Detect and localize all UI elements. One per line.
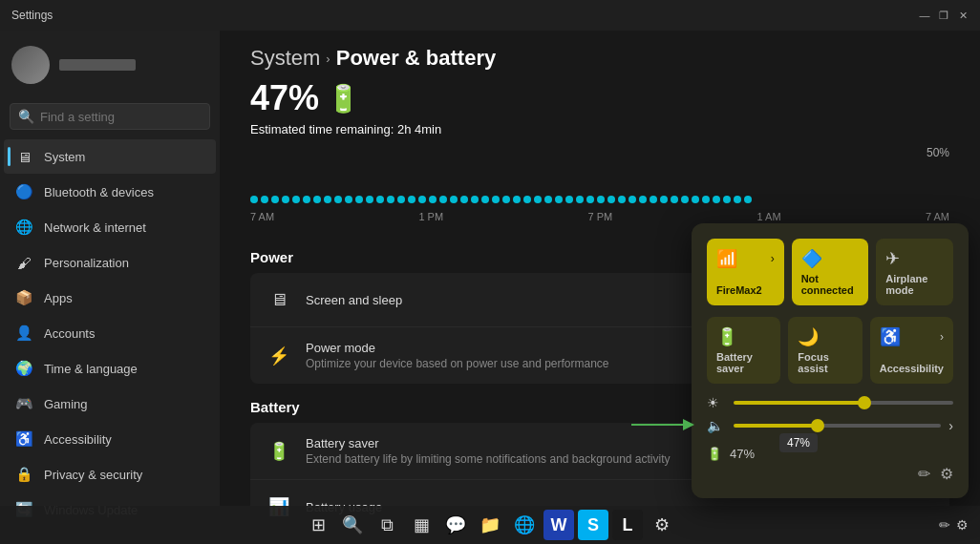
chart-dot (671, 196, 678, 203)
teams-button[interactable]: 💬 (440, 510, 471, 540)
sidebar-item-gaming[interactable]: 🎮 Gaming (4, 387, 216, 421)
breadcrumb-current: Power & battery (336, 46, 497, 71)
sidebar-item-label: Apps (44, 291, 73, 305)
quick-panel-footer: ✏ ⚙ (707, 461, 953, 483)
edit-icon[interactable]: ✏ (918, 465, 930, 483)
sidebar-item-system[interactable]: 🖥 System (4, 139, 216, 174)
bluetooth-tile-label: Not connected (801, 273, 860, 296)
taskbar-edit-icon[interactable]: ✏ (939, 517, 950, 533)
brightness-slider-row: ☀ (707, 395, 953, 410)
sidebar-item-accessibility[interactable]: ♿ Accessibility (4, 422, 216, 456)
sidebar-item-apps[interactable]: 📦 Apps (4, 281, 216, 315)
edge-button[interactable]: 🌐 (509, 510, 540, 540)
airplane-tile[interactable]: ✈ Airplane mode (876, 239, 953, 305)
chart-dot (555, 196, 563, 203)
screen-sleep-icon: 🖥 (266, 286, 292, 313)
bluetooth-tile[interactable]: 🔷 Not connected (792, 239, 869, 305)
power-mode-icon: ⚡ (266, 343, 292, 369)
chart-dot (544, 196, 552, 203)
estimated-label: Estimated time remaining: (250, 122, 397, 136)
chart-dot (723, 196, 731, 203)
wifi-tile[interactable]: 📶 › FireMax2 (707, 239, 784, 305)
chart-dot (334, 196, 342, 203)
battery-saver-icon: 🔋 (266, 438, 292, 465)
breadcrumb: System › Power & battery (250, 31, 949, 74)
battery-chart: 50% 7 AM 1 PM 7 PM 1 AM 7 AM (250, 146, 949, 222)
sidebar-item-time[interactable]: 🌍 Time & language (4, 351, 216, 386)
arrow-indicator (631, 415, 698, 437)
search-box[interactable]: 🔍 (10, 103, 210, 130)
taskview-button[interactable]: ⧉ (372, 510, 402, 540)
launcher-button[interactable]: L (612, 510, 643, 540)
minimize-button[interactable]: — (919, 10, 930, 21)
sidebar-item-bluetooth[interactable]: 🔵 Bluetooth & devices (4, 175, 216, 209)
sidebar-item-label: Privacy & security (44, 468, 142, 482)
sidebar-item-accounts[interactable]: 👤 Accounts (4, 316, 216, 350)
accessibility-tile[interactable]: ♿ › Accessibility (870, 317, 953, 384)
estimated-time: Estimated time remaining: 2h 4min (250, 122, 949, 146)
chart-dot (744, 196, 752, 203)
maximize-button[interactable]: ❐ (938, 10, 949, 21)
search-input[interactable] (40, 110, 202, 124)
chart-dots (250, 196, 949, 203)
chart-dot (513, 196, 521, 203)
system-icon: 🖥 (15, 148, 32, 165)
sidebar-item-label: Bluetooth & devices (44, 185, 154, 199)
avatar (11, 46, 50, 84)
sidebar-item-label: Time & language (44, 362, 138, 376)
airplane-label: Airplane mode (885, 273, 944, 296)
accounts-icon: 👤 (15, 324, 32, 342)
wifi-label: FireMax2 (716, 284, 762, 296)
skype-button[interactable]: S (578, 510, 608, 540)
start-button[interactable]: ⊞ (303, 510, 333, 540)
chart-dot (523, 196, 531, 203)
chart-percentage-label: 50% (927, 146, 949, 159)
battery-percent-large: 47% (250, 78, 319, 118)
taskbar-right: ✏ ⚙ (939, 517, 969, 533)
chart-dot (387, 196, 394, 203)
bluetooth-icon: 🔵 (15, 183, 32, 200)
chart-dot (660, 196, 668, 203)
widgets-button[interactable]: ▦ (406, 510, 437, 540)
word-button[interactable]: W (543, 510, 574, 540)
privacy-icon: 🔒 (15, 466, 32, 483)
sidebar-item-privacy[interactable]: 🔒 Privacy & security (4, 457, 216, 492)
brightness-icon: ☀ (707, 395, 726, 410)
breadcrumb-parent: System (250, 46, 320, 71)
chart-dot (639, 196, 647, 203)
chart-dot (313, 196, 321, 203)
volume-slider[interactable] (734, 424, 941, 428)
close-button[interactable]: ✕ (957, 10, 969, 21)
chart-dot (502, 196, 510, 203)
search-button[interactable]: 🔍 (337, 510, 368, 540)
chart-dot (481, 196, 489, 203)
chart-dot (586, 196, 594, 203)
sidebar-nav: 🖥 System 🔵 Bluetooth & devices 🌐 Network… (0, 139, 220, 527)
chart-dot (292, 196, 300, 203)
focus-icon: 🌙 (798, 326, 819, 347)
taskbar-settings-icon[interactable]: ⚙ (956, 517, 969, 533)
sidebar-item-network[interactable]: 🌐 Network & internet (4, 210, 216, 244)
sidebar-item-personalization[interactable]: 🖌 Personalization (4, 245, 216, 280)
network-icon: 🌐 (15, 219, 32, 236)
airplane-icon: ✈ (885, 248, 900, 269)
chart-labels: 7 AM 1 PM 7 PM 1 AM 7 AM (250, 211, 949, 222)
accessibility-tile-label: Accessibility (880, 363, 944, 374)
window-controls[interactable]: — ❐ ✕ (919, 10, 969, 21)
chart-dot (618, 196, 626, 203)
chart-dot (576, 196, 584, 203)
bluetooth-tile-icon: 🔷 (801, 248, 822, 269)
brightness-slider[interactable] (734, 401, 953, 405)
settings-icon[interactable]: ⚙ (940, 465, 953, 483)
chart-label-1: 7 AM (250, 211, 274, 222)
accessibility-tile-icon: ♿ (880, 326, 901, 347)
estimated-value: 2h 4min (397, 122, 441, 136)
explorer-button[interactable]: 📁 (475, 510, 505, 540)
battery-saver-tile[interactable]: 🔋 Battery saver (707, 317, 780, 384)
misc-button[interactable]: ⚙ (647, 510, 677, 540)
focus-tile[interactable]: 🌙 Focus assist (788, 317, 862, 384)
volume-icon: 🔈 (707, 418, 726, 433)
taskbar: ⊞ 🔍 ⧉ ▦ 💬 📁 🌐 W S L ⚙ ✏ ⚙ (0, 506, 980, 544)
chart-dot (681, 196, 689, 203)
chart-dot (734, 196, 741, 203)
